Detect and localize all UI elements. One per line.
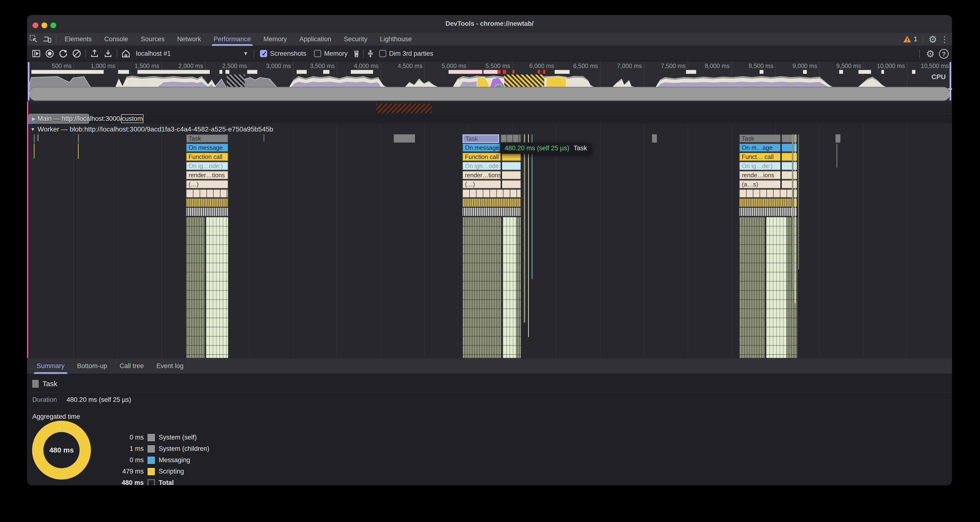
details-tab-event-log[interactable]: Event log [150,358,190,374]
flame-bar-render[interactable]: (a…s) [739,180,797,188]
screenshot-thumb[interactable] [538,70,540,74]
flame-bar-script[interactable]: Funct… call [739,153,797,161]
tab-elements[interactable]: Elements [58,33,98,46]
screenshot-thumb[interactable] [137,70,210,74]
overview-left-handle[interactable] [28,62,29,100]
screenshot-thumb[interactable] [803,70,807,74]
small-task-mark[interactable] [78,143,79,159]
flame-call-stack-texture[interactable] [206,217,228,358]
flame-bar-task-fragments[interactable] [501,134,521,143]
flame-call-stack-texture[interactable] [503,217,516,358]
small-task-mark[interactable] [798,134,799,269]
small-task-mark[interactable] [34,134,35,143]
toggle-sidebar-icon[interactable] [29,47,43,60]
screenshot-thumb[interactable] [839,70,843,74]
tab-console[interactable]: Console [98,33,135,46]
screenshot-thumb[interactable] [118,70,129,74]
inspect-element-icon[interactable] [27,34,40,45]
flame-call-stack-texture[interactable] [516,217,521,358]
profile-select[interactable]: localhost #1 ▼ [133,48,252,60]
device-toolbar-icon[interactable] [40,34,54,45]
small-task-mark[interactable] [532,134,533,279]
help-icon[interactable]: ? [939,49,949,59]
flame-bar-task-selected[interactable]: Task [463,134,499,143]
flame-bar-message[interactable]: On message [186,143,228,152]
screenshot-thumb[interactable] [512,70,515,74]
screenshot-thumb[interactable] [484,70,500,74]
screenshot-thumb[interactable] [498,70,501,74]
flame-band-scripting[interactable] [186,199,228,207]
screenshot-thumb[interactable] [351,70,373,74]
flame-band-system[interactable] [463,208,521,216]
flame-bar-render[interactable]: (…) [186,180,228,188]
flame-bar-idle[interactable]: On ign…ode:) [463,162,521,170]
small-task-mark[interactable] [37,134,38,141]
small-task-mark[interactable] [34,143,35,159]
flame-call-stack-texture[interactable] [766,217,786,358]
home-icon[interactable] [119,47,133,60]
flame-bar-render[interactable]: render…tions [463,171,521,179]
screenshot-thumb[interactable] [220,70,222,74]
flame-bar-render[interactable]: (…) [463,180,521,188]
shortcuts-collapse-icon[interactable] [366,49,375,58]
checkbox-memory[interactable]: Memory [314,50,348,57]
details-tab-call-tree[interactable]: Call tree [113,358,150,374]
screenshot-filmstrip[interactable] [27,70,952,74]
download-profile-icon[interactable] [101,47,115,60]
flame-band-system[interactable] [186,208,228,216]
flame-bar-script[interactable]: Function call [186,153,228,161]
flame-call-stack-texture[interactable] [186,217,205,358]
tab-performance[interactable]: Performance [207,33,257,46]
flame-bar-idle[interactable]: On ig…ode:) [186,162,228,170]
small-task-mark[interactable] [652,134,657,143]
timeline-overview[interactable]: 500 ms1,000 ms1,500 ms2,000 ms2,500 ms3,… [27,62,952,101]
flame-bar-render[interactable]: rende…ions [739,171,797,179]
flame-chart-area[interactable]: 500 ms1,000 ms1,500 ms2,000 ms2,500 ms3,… [27,101,952,358]
screenshot-thumb[interactable] [226,70,229,74]
screenshot-thumb[interactable] [247,70,257,74]
flame-bar-render[interactable]: render…tions [186,171,228,179]
screenshot-thumb[interactable] [297,70,307,74]
flame-bar-render-children[interactable] [463,189,521,197]
flame-bar-idle[interactable]: On ig…de:) [739,162,797,170]
screenshot-thumb[interactable] [543,70,545,74]
flame-call-stack-texture[interactable] [739,217,765,358]
screenshot-thumb[interactable] [859,70,871,74]
checkbox-dim-3rd-parties[interactable]: Dim 3rd parties [379,50,433,57]
screenshot-thumb[interactable] [912,70,915,74]
details-tab-bottom-up[interactable]: Bottom-up [71,358,114,374]
small-task-mark[interactable] [528,134,529,337]
overview-right-handle[interactable] [950,62,951,100]
flame-call-stack-texture[interactable] [501,217,503,358]
more-options-kebab-icon[interactable]: ⋮ [940,35,949,44]
checkbox-screenshots[interactable]: Screenshots [260,50,306,57]
tab-network[interactable]: Network [171,33,207,46]
screenshot-thumb[interactable] [686,70,696,74]
main-track[interactable]: ▶ Main — http://localhost:3000/custom [29,114,952,124]
flame-bar-task[interactable]: Task [186,134,228,143]
collect-garbage-icon[interactable] [352,49,361,58]
details-tab-summary[interactable]: Summary [30,358,71,374]
screenshot-thumb[interactable] [881,70,884,74]
flame-band-scripting[interactable] [739,199,797,207]
tab-security[interactable]: Security [337,33,374,46]
small-task-mark[interactable] [795,134,795,303]
flame-bar-render-children[interactable] [739,189,797,197]
screenshot-thumb[interactable] [449,70,482,74]
flame-bar-script[interactable]: Function call [463,153,521,161]
small-task-mark[interactable] [837,143,837,168]
settings-gear-icon[interactable]: ⚙ [928,35,937,44]
main-track-header[interactable]: ▶ Main — http://localhost:3000/custom [29,114,89,124]
issues-warning-badge[interactable]: 1 [903,35,917,44]
flame-bar-message[interactable]: On m…age [739,143,797,152]
tab-application[interactable]: Application [293,33,337,46]
tab-memory[interactable]: Memory [257,33,293,46]
screenshot-thumb[interactable] [323,70,329,74]
flame-band-scripting[interactable] [463,199,521,207]
worker-track-header[interactable]: ▼ Worker — blob:http://localhost:3000/9a… [29,124,952,134]
small-task-mark[interactable] [524,134,525,323]
upload-profile-icon[interactable] [88,47,101,60]
small-task-mark[interactable] [835,134,840,143]
small-task-mark[interactable] [78,134,79,143]
screenshot-thumb[interactable] [503,70,506,74]
